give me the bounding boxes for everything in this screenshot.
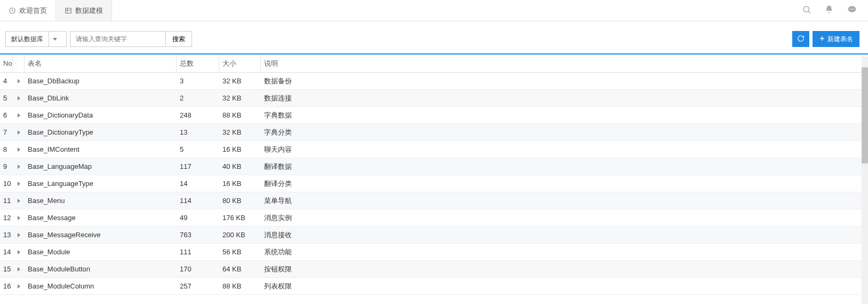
table-header: No 表名 总数 大小 说明	[0, 54, 868, 73]
cell-no: 14	[0, 248, 13, 256]
plus-icon	[819, 35, 825, 43]
expand-toggle[interactable]	[13, 79, 25, 83]
table-row[interactable]: 6Base_DictionaryData24888 KB字典数据	[0, 107, 868, 124]
expand-toggle[interactable]	[13, 147, 25, 152]
cell-size: 32 KB	[219, 128, 261, 136]
expand-toggle[interactable]	[13, 250, 25, 254]
table-row[interactable]: 15Base_ModuleButton17064 KB按钮权限	[0, 261, 868, 278]
cell-total: 763	[177, 231, 219, 239]
cell-name: Base_DbLink	[25, 94, 177, 102]
cell-name: Base_ModuleButton	[25, 265, 177, 273]
search-icon[interactable]	[802, 5, 811, 16]
table-row[interactable]: 4Base_DbBackup332 KB数据备份	[0, 73, 868, 90]
cell-size: 32 KB	[219, 77, 261, 85]
table-row[interactable]: 14Base_Module11156 KB系统功能	[0, 244, 868, 261]
caret-right-icon	[18, 165, 20, 169]
cell-desc: 菜单导航	[261, 196, 868, 206]
cell-name: Base_Menu	[25, 197, 177, 205]
cell-total: 111	[177, 248, 219, 256]
cell-size: 88 KB	[219, 111, 261, 119]
table-row[interactable]: 5Base_DbLink232 KB数据连接	[0, 90, 868, 107]
cell-name: Base_Module	[25, 248, 177, 256]
cell-total: 257	[177, 282, 219, 290]
cell-name: Base_Message	[25, 214, 177, 222]
cell-no: 6	[0, 111, 13, 119]
database-select[interactable]: 默认数据库	[5, 31, 67, 47]
table-row[interactable]: 9Base_LanguageMap11740 KB翻译数据	[0, 158, 868, 175]
table-row[interactable]: 13Base_MessageReceive763200 KB消息接收	[0, 227, 868, 244]
cell-desc: 聊天内容	[261, 145, 868, 154]
cell-name: Base_DbBackup	[25, 77, 177, 85]
cell-desc: 消息接收	[261, 230, 868, 240]
column-header-no[interactable]: No	[0, 54, 13, 72]
cell-size: 176 KB	[219, 214, 261, 222]
cell-desc: 翻译分类	[261, 179, 868, 189]
table-row[interactable]: 12Base_Message49176 KB消息实例	[0, 209, 868, 227]
expand-toggle[interactable]	[13, 130, 25, 135]
table-body: 4Base_DbBackup332 KB数据备份5Base_DbLink232 …	[0, 73, 868, 295]
column-header-desc[interactable]: 说明	[261, 54, 868, 72]
expand-toggle[interactable]	[13, 96, 25, 100]
cell-no: 8	[0, 145, 13, 153]
scrollbar-thumb[interactable]	[862, 67, 868, 163]
caret-right-icon	[18, 113, 20, 118]
expand-toggle[interactable]	[13, 233, 25, 237]
refresh-button[interactable]	[792, 31, 809, 47]
expand-toggle[interactable]	[13, 199, 25, 203]
column-header-size[interactable]: 大小	[219, 54, 261, 72]
expand-toggle[interactable]	[13, 113, 25, 118]
table-row[interactable]: 11Base_Menu11480 KB菜单导航	[0, 192, 868, 209]
svg-line-5	[808, 11, 810, 13]
cell-no: 5	[0, 94, 13, 102]
expand-toggle[interactable]	[13, 182, 25, 186]
expand-toggle[interactable]	[13, 267, 25, 271]
expand-toggle[interactable]	[13, 165, 25, 169]
search-input[interactable]	[70, 31, 166, 47]
refresh-icon	[797, 35, 805, 44]
cell-size: 64 KB	[219, 265, 261, 273]
cell-name: Base_DictionaryData	[25, 111, 177, 119]
new-table-button[interactable]: 新建表名	[813, 31, 859, 47]
cell-name: Base_IMContent	[25, 145, 177, 153]
cell-name: Base_ModuleColumn	[25, 282, 177, 290]
tab-label: 数据建模	[75, 6, 103, 15]
caret-right-icon	[18, 182, 20, 186]
bell-icon[interactable]	[824, 5, 834, 16]
tab-home[interactable]: 欢迎首页	[0, 0, 56, 21]
cell-size: 56 KB	[219, 248, 261, 256]
cell-size: 200 KB	[219, 231, 261, 239]
topbar: 欢迎首页 数据建模	[0, 0, 868, 21]
tab-data-modeling[interactable]: 数据建模	[56, 0, 112, 21]
search-button[interactable]: 搜索	[166, 31, 192, 47]
data-table: No 表名 总数 大小 说明 4Base_DbBackup332 KB数据备份5…	[0, 54, 868, 295]
cell-desc: 按钮权限	[261, 264, 868, 274]
cell-desc: 字典分类	[261, 128, 868, 137]
cell-total: 14	[177, 180, 219, 188]
column-header-name[interactable]: 表名	[25, 54, 177, 72]
cell-desc: 翻译数据	[261, 162, 868, 172]
cell-desc: 系统功能	[261, 247, 868, 257]
new-table-label: 新建表名	[827, 35, 853, 44]
expand-toggle[interactable]	[13, 216, 25, 220]
cell-total: 49	[177, 214, 219, 222]
column-header-total[interactable]: 总数	[177, 54, 219, 72]
cell-name: Base_LanguageType	[25, 180, 177, 188]
cell-total: 13	[177, 128, 219, 136]
chat-icon[interactable]	[847, 4, 857, 17]
table-row[interactable]: 8Base_IMContent516 KB聊天内容	[0, 141, 868, 158]
svg-rect-1	[66, 8, 71, 13]
top-icons	[791, 0, 868, 21]
table-row[interactable]: 7Base_DictionaryType1332 KB字典分类	[0, 124, 868, 141]
table-row[interactable]: 10Base_LanguageType1416 KB翻译分类	[0, 175, 868, 192]
expand-toggle[interactable]	[13, 284, 25, 289]
cell-no: 11	[0, 197, 13, 205]
cell-total: 170	[177, 265, 219, 273]
table-row[interactable]: 16Base_ModuleColumn25788 KB列表权限	[0, 278, 868, 295]
caret-right-icon	[18, 130, 20, 135]
vertical-scrollbar[interactable]	[862, 57, 868, 295]
caret-right-icon	[18, 79, 20, 83]
cell-size: 88 KB	[219, 282, 261, 290]
cell-size: 16 KB	[219, 145, 261, 153]
cell-size: 40 KB	[219, 162, 261, 170]
cell-no: 4	[0, 77, 13, 85]
